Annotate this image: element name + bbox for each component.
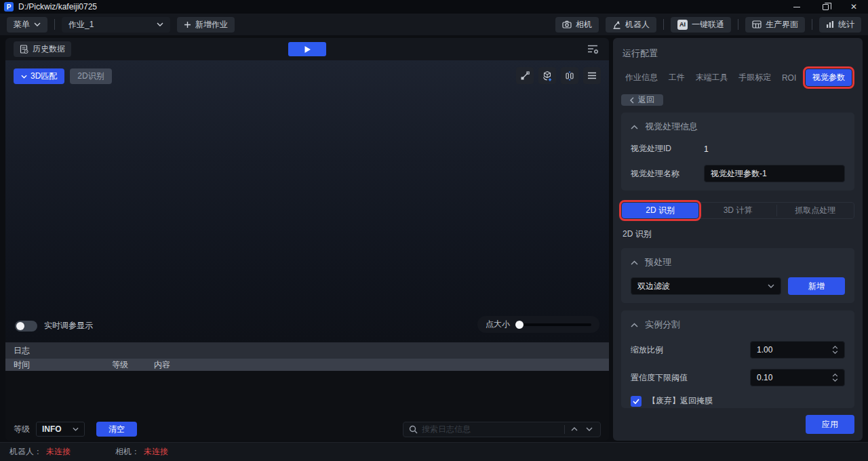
camera-icon (562, 20, 572, 28)
apply-row: 应用 (621, 408, 854, 434)
tab-vision-parameters[interactable]: 视觉参数 (806, 69, 852, 86)
ai-icon: AI (677, 20, 688, 30)
vision-name-input[interactable] (704, 165, 845, 182)
statistics-button[interactable]: 统计 (819, 17, 861, 33)
log-table-body (5, 371, 609, 420)
window-title: D:/Pickwiz/kafeiji0725 (18, 2, 97, 12)
camera-button[interactable]: 相机 (555, 17, 599, 33)
tab-end-tool[interactable]: 末端工具 (694, 69, 729, 86)
spinner-down-icon[interactable] (832, 350, 838, 354)
new-job-label: 新增作业 (195, 19, 228, 31)
restore-icon (823, 4, 829, 10)
hamburger-menu-icon (587, 72, 597, 79)
status-bar: 机器人： 未连接 相机： 未连接 (0, 442, 868, 461)
run-play-button[interactable] (288, 42, 326, 56)
step-tab-grasp-point[interactable]: 抓取点处理 (777, 203, 854, 218)
search-next-button[interactable] (584, 426, 595, 432)
vision-name-label: 视觉处理名称 (631, 168, 704, 180)
clear-log-button[interactable]: 清空 (96, 422, 137, 437)
clipping-tool-button[interactable] (561, 67, 578, 84)
return-mask-row: 【废弃】返回掩膜 (631, 395, 845, 407)
tab-hand-eye-calibration[interactable]: 手眼标定 (737, 69, 772, 86)
apply-button[interactable]: 应用 (806, 415, 854, 434)
spinner-up-icon[interactable] (832, 346, 838, 349)
add-filter-button[interactable]: 新增 (788, 277, 845, 295)
vision-info-header[interactable]: 视觉处理信息 (631, 121, 845, 133)
mode-2d-recognition-label: 2D识别 (77, 71, 104, 82)
job-select[interactable]: 作业_1 (62, 17, 170, 33)
current-step-label: 2D 识别 (621, 227, 854, 248)
chevron-down-icon (768, 284, 774, 288)
preprocess-card: 预处理 双边滤波 新增 (621, 248, 854, 303)
tab-roi[interactable]: ROI (781, 71, 797, 85)
minimize-icon (793, 7, 800, 7)
spinner-up-icon[interactable] (832, 374, 838, 377)
confidence-spinner[interactable]: 0.10 (750, 369, 845, 386)
filter-type-value: 双边滤波 (637, 281, 670, 292)
viewport-mode-buttons: 3D匹配 2D识别 (14, 68, 112, 84)
mode-3d-match-button[interactable]: 3D匹配 (14, 68, 64, 84)
close-button[interactable]: ✕ (840, 0, 868, 14)
new-job-button[interactable]: 新增作业 (177, 17, 235, 33)
step-tab-3d-compute[interactable]: 3D 计算 (699, 203, 776, 218)
add-pointcloud-tool-button[interactable] (538, 67, 556, 84)
spinner-down-icon[interactable] (832, 378, 838, 382)
search-prev-button[interactable] (569, 426, 580, 432)
close-icon: ✕ (850, 3, 857, 11)
width-measure-icon (564, 71, 575, 81)
log-level-label: 等级 (14, 424, 30, 435)
statistics-label: 统计 (838, 19, 854, 31)
viewport-menu-button[interactable] (583, 67, 601, 84)
minimize-button[interactable] (783, 0, 811, 14)
point-size-slider[interactable] (516, 323, 591, 326)
toolbar-divider (812, 19, 812, 30)
step-tab-2d-recognition[interactable]: 2D 识别 (622, 203, 698, 218)
back-button[interactable]: 返回 (621, 94, 663, 106)
segmentation-header[interactable]: 实例分割 (631, 319, 845, 331)
production-ui-button[interactable]: 生产界面 (745, 17, 805, 33)
history-document-icon (20, 45, 28, 54)
back-label: 返回 (638, 94, 654, 106)
log-search-input[interactable] (422, 424, 560, 434)
viewport-panel: 历史数据 3D匹配 2D识别 (5, 38, 609, 441)
realtime-display-toggle[interactable] (15, 321, 37, 332)
point-size-control: 点大小 (477, 316, 599, 333)
measure-line-tool-button[interactable] (516, 67, 534, 84)
vision-info-title: 视觉处理信息 (645, 121, 698, 133)
log-level-select[interactable]: INFO (36, 422, 85, 437)
vision-info-card: 视觉处理信息 视觉处理ID 1 视觉处理名称 (621, 113, 854, 191)
cube-rotate-plus-icon (542, 71, 553, 81)
menu-button[interactable]: 菜单 (7, 17, 47, 33)
display-settings-button[interactable] (585, 42, 601, 56)
filter-type-select[interactable]: 双边滤波 (631, 277, 781, 295)
camera-status-value: 未连接 (144, 446, 168, 458)
scale-spinner[interactable]: 1.00 (750, 341, 845, 359)
grid-window-icon (752, 20, 762, 28)
ai-connect-label: 一键联通 (692, 19, 724, 31)
history-data-button[interactable]: 历史数据 (14, 41, 71, 57)
log-panel: 日志 时间 等级 内容 等级 INFO 清空 (5, 342, 609, 441)
log-column-level: 等级 (112, 359, 154, 371)
viewport-tools (516, 67, 601, 84)
log-level-value: INFO (42, 424, 62, 434)
robot-status-value: 未连接 (46, 446, 71, 458)
chevron-up-icon (631, 125, 638, 129)
mode-2d-recognition-button[interactable]: 2D识别 (70, 68, 111, 84)
ai-connect-button[interactable]: AI 一键联通 (671, 17, 731, 33)
camera-status-label: 相机： (115, 446, 140, 458)
realtime-toggle-row: 实时调参显示 (15, 320, 93, 332)
3d-viewport[interactable]: 3D匹配 2D识别 (5, 60, 609, 342)
preprocess-title: 预处理 (645, 256, 671, 268)
history-data-label: 历史数据 (33, 43, 65, 55)
main-toolbar: 菜单 作业_1 新增作业 相机 机器人 AI 一键联通 生产界面 (0, 14, 868, 35)
chevron-left-icon (630, 97, 634, 104)
robot-button[interactable]: 机器人 (606, 17, 656, 33)
restore-button[interactable] (811, 0, 840, 14)
slider-knob[interactable] (515, 321, 524, 329)
chevron-down-icon (157, 22, 163, 26)
preprocess-header[interactable]: 预处理 (631, 256, 845, 268)
tab-workpiece[interactable]: 工件 (667, 69, 686, 86)
bar-chart-icon (826, 20, 834, 28)
return-mask-checkbox[interactable] (631, 396, 642, 407)
tab-job-info[interactable]: 作业信息 (624, 69, 659, 86)
